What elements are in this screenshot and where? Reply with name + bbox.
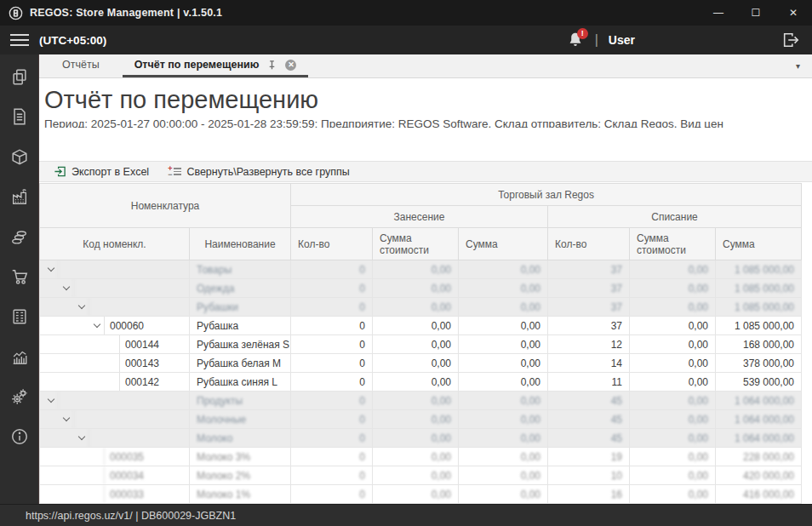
column-group-nomenclature[interactable]: Номенклатура: [40, 184, 291, 228]
indent-spacer: [89, 448, 104, 466]
name-cell: Одежда: [190, 279, 291, 298]
value-cell: 1 085 000,00: [716, 260, 802, 279]
menu-icon[interactable]: [10, 34, 29, 46]
value-cell: 0,00: [630, 448, 716, 466]
collapse-chevron-icon[interactable]: [43, 392, 58, 409]
collapse-chevron-icon[interactable]: [89, 317, 104, 334]
user-label[interactable]: User: [609, 33, 635, 47]
column-group-warehouse[interactable]: Торговый зал Regos: [291, 184, 802, 206]
sidebar-item-operations[interactable]: [0, 56, 38, 96]
sidebar-item-finance[interactable]: [0, 216, 38, 256]
value-cell: 14: [548, 354, 630, 373]
tab-bar: Отчёты Отчёт по перемещению ✕ ▾: [39, 54, 812, 78]
collapse-chevron-icon[interactable]: [59, 279, 73, 297]
close-button[interactable]: ✕: [775, 0, 812, 26]
table-row[interactable]: 000034Молоко 2%00,000,00100,00420 000,00: [40, 466, 802, 485]
group-row[interactable]: Продукты00,000,00450,001 064 000,00: [40, 392, 802, 410]
value-cell: 0,00: [630, 466, 716, 485]
sidebar-item-sales[interactable]: [0, 256, 38, 296]
tab-close-icon[interactable]: ✕: [285, 60, 296, 71]
value-cell: 1 085 000,00: [716, 298, 802, 317]
tab-movement-report[interactable]: Отчёт по перемещению ✕: [123, 54, 309, 77]
table-row[interactable]: 000142Рубашка синяя L00,000,00110,00539 …: [40, 373, 802, 392]
value-cell: 0,00: [373, 335, 459, 354]
value-cell: 0,00: [630, 298, 716, 317]
minimize-button[interactable]: —: [700, 0, 737, 26]
value-cell: 0,00: [630, 279, 716, 298]
column-group-in[interactable]: Занесение: [291, 206, 548, 228]
collapse-expand-groups-button[interactable]: +− Свернуть\Развернуть все группы: [160, 162, 357, 181]
group-row[interactable]: Рубашки00,000,00370,001 085 000,00: [40, 298, 802, 317]
tab-list-dropdown-icon[interactable]: ▾: [796, 61, 812, 71]
table-row[interactable]: 000035Молоко 3%00,000,00190,00228 000,00: [40, 448, 802, 466]
code-cell: 000144: [40, 335, 190, 354]
value-cell: 0,00: [459, 485, 548, 504]
column-header-qty-in[interactable]: Кол-во: [291, 228, 373, 260]
value-cell: 0,00: [459, 298, 548, 317]
column-header-sum-in[interactable]: Сумма: [459, 228, 548, 260]
sidebar-item-documents[interactable]: [0, 96, 38, 136]
title-bar: REGOS: Store Management | v.1.50.1 — ☐ ✕: [0, 0, 812, 26]
regos-logo-icon: [9, 6, 23, 20]
value-cell: 1 085 000,00: [716, 279, 802, 298]
group-row[interactable]: Молоко00,000,00450,001 064 000,00: [40, 429, 802, 448]
group-row[interactable]: Молочные00,000,00450,001 064 000,00: [40, 410, 802, 429]
report-toolbar: Экспорт в Excel +− Свернуть\Развернуть в…: [39, 161, 812, 182]
column-group-out[interactable]: Списание: [548, 206, 802, 228]
group-row[interactable]: Одежда00,000,00370,001 085 000,00: [40, 279, 802, 298]
report-grid: Номенклатура Торговый зал Regos Занесени…: [39, 183, 802, 504]
value-cell: 16: [548, 485, 630, 504]
column-header-cost-out[interactable]: Сумма стоимости: [630, 228, 716, 260]
export-excel-button[interactable]: Экспорт в Excel: [46, 162, 157, 181]
collapse-chevron-icon[interactable]: [59, 410, 73, 428]
code-cell: [40, 392, 190, 410]
status-bar: https://api.regos.uz/v1/ | DB600029-JGBZ…: [0, 504, 812, 526]
pin-icon[interactable]: [266, 60, 277, 71]
notifications-bell-icon[interactable]: !: [566, 31, 585, 49]
code-cell: [40, 279, 190, 298]
logout-icon[interactable]: [781, 31, 800, 49]
sidebar-item-reports[interactable]: [0, 336, 38, 376]
column-header-name[interactable]: Наименование: [190, 228, 291, 260]
collapse-chevron-icon[interactable]: [43, 260, 58, 278]
app-window: REGOS: Store Management | v.1.50.1 — ☐ ✕…: [0, 0, 812, 526]
value-cell: 11: [548, 373, 630, 392]
column-header-qty-out[interactable]: Кол-во: [548, 228, 630, 260]
sidebar-item-products[interactable]: [0, 136, 38, 176]
table-row[interactable]: 000143Рубашка белая M00,000,00140,00378 …: [40, 354, 802, 373]
column-header-sum-out[interactable]: Сумма: [716, 228, 802, 260]
table-row[interactable]: 000033Молоко 1%00,000,00160,00416 000,00: [40, 485, 802, 504]
value-cell: 0,00: [373, 429, 459, 448]
table-row[interactable]: 000144Рубашка зелёная S00,000,00120,0016…: [40, 335, 802, 354]
value-cell: 10: [548, 466, 630, 485]
info-icon: [10, 427, 29, 446]
value-cell: 45: [548, 429, 630, 448]
value-cell: 0,00: [459, 410, 548, 429]
value-cell: 0: [291, 260, 373, 279]
column-header-cost-in[interactable]: Сумма стоимости: [373, 228, 459, 260]
indent-spacer: [89, 466, 104, 484]
tab-label: Отчёты: [62, 59, 100, 71]
sidebar-item-enterprise[interactable]: [0, 176, 38, 216]
name-cell: Рубашка: [190, 317, 291, 335]
value-cell: 0,00: [459, 466, 548, 485]
sidebar-item-about[interactable]: [0, 416, 38, 456]
maximize-button[interactable]: ☐: [737, 0, 775, 26]
column-header-code[interactable]: Код номенкл.: [40, 228, 190, 260]
document-icon: [10, 107, 29, 126]
value-cell: 0,00: [630, 485, 716, 504]
value-cell: 0,00: [459, 429, 548, 448]
value-cell: 1 085 000,00: [716, 317, 802, 335]
collapse-chevron-icon[interactable]: [74, 429, 89, 447]
group-row[interactable]: Товары00,000,00370,001 085 000,00: [40, 260, 802, 279]
collapse-chevron-icon[interactable]: [74, 298, 89, 316]
value-cell: 0: [291, 354, 373, 373]
value-cell: 0,00: [373, 260, 459, 279]
value-cell: 0: [291, 429, 373, 448]
name-cell: Молоко 2%: [190, 466, 291, 485]
sidebar-item-settings[interactable]: [0, 376, 38, 416]
table-row[interactable]: 000060Рубашка00,000,00370,001 085 000,00: [40, 317, 802, 335]
sidebar-item-accounting[interactable]: [0, 296, 38, 336]
value-cell: 0,00: [630, 335, 716, 354]
tab-reports[interactable]: Отчёты: [39, 54, 123, 77]
